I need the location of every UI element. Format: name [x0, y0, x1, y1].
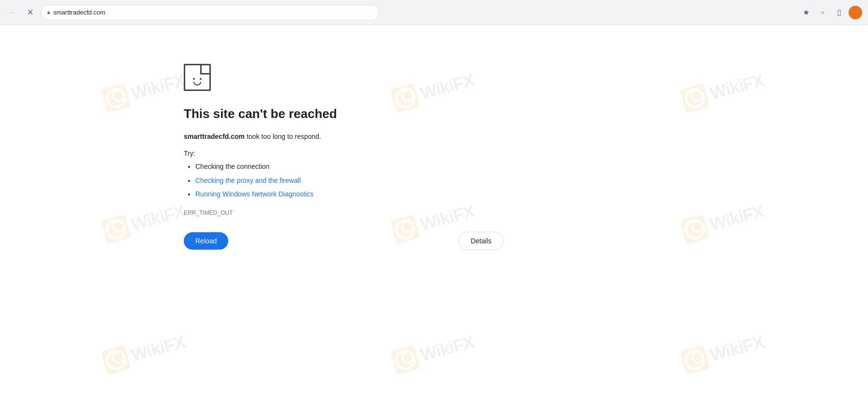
sidebar-button[interactable]: ▯: [832, 6, 846, 19]
extensions-button[interactable]: ▫: [816, 6, 829, 19]
error-title: This site can't be reached: [184, 106, 474, 121]
bookmark-button[interactable]: ★: [799, 6, 813, 19]
page-content: This site can't be reached smarttradecfd…: [0, 25, 868, 418]
browser-chrome: ← ✕ ● smarttradecfd.com ★ ▫ ▯: [0, 0, 868, 25]
suggestion-proxy-link[interactable]: Checking the proxy and the firewall: [195, 177, 301, 184]
site-name: smarttradecfd.com: [184, 133, 245, 140]
try-label: Try:: [184, 149, 474, 157]
suggestion-proxy: Checking the proxy and the firewall: [195, 175, 474, 186]
error-description: smarttradecfd.com took too long to respo…: [184, 131, 474, 142]
error-container: This site can't be reached smarttradecfd…: [184, 64, 474, 250]
details-button[interactable]: Details: [458, 232, 503, 250]
error-code: ERR_TIMED_OUT: [184, 209, 474, 216]
right-eye: [200, 78, 202, 80]
left-eye: [193, 78, 195, 80]
mouth: [193, 82, 201, 86]
close-button[interactable]: ✕: [23, 6, 37, 19]
profile-button[interactable]: [849, 6, 862, 19]
toolbar-right: ★ ▫ ▯: [799, 6, 862, 19]
suggestion-diagnostics-link[interactable]: Running Windows Network Diagnostics: [195, 190, 313, 198]
suggestion-connection: Checking the connection: [195, 161, 474, 172]
description-suffix: took too long to respond.: [245, 133, 321, 140]
address-bar[interactable]: ● smarttradecfd.com: [41, 5, 379, 20]
error-icon: [184, 64, 474, 91]
lock-icon: ●: [47, 9, 50, 16]
url-text: smarttradecfd.com: [53, 9, 105, 16]
reload-button[interactable]: Reload: [184, 232, 228, 250]
suggestions-list: Checking the connection Checking the pro…: [184, 161, 474, 199]
suggestion-connection-text: Checking the connection: [195, 163, 269, 170]
button-row: Reload Details: [184, 232, 474, 250]
sad-page-icon: [184, 64, 211, 91]
back-button[interactable]: ←: [6, 6, 19, 19]
suggestion-diagnostics: Running Windows Network Diagnostics: [195, 189, 474, 199]
